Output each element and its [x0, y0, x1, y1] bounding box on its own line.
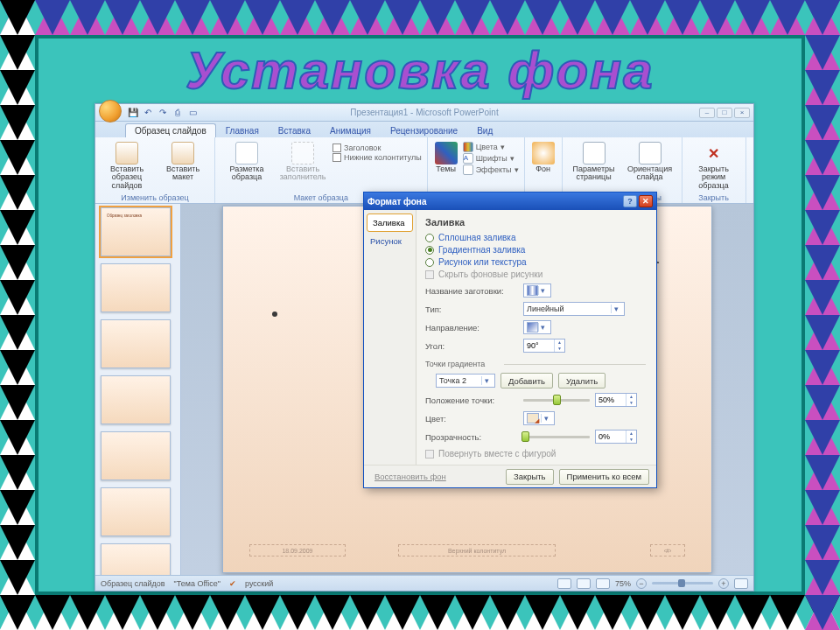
- master-layout-button[interactable]: Разметка образца: [220, 140, 273, 184]
- insert-placeholder-button[interactable]: Вставить заполнитель: [276, 140, 329, 184]
- qat-print-icon[interactable]: ⎙: [172, 107, 184, 119]
- add-stop-button[interactable]: Добавить: [500, 373, 553, 388]
- position-spinner[interactable]: ▲▼: [595, 393, 637, 407]
- angle-spinner[interactable]: ▲▼: [523, 339, 565, 353]
- preset-label: Название заготовки:: [425, 286, 518, 296]
- slide-thumbnails-panel[interactable]: Образец заголовка: [95, 204, 181, 575]
- window-maximize-button[interactable]: □: [717, 108, 732, 118]
- powerpoint-window: 💾 ↶ ↷ ⎙ ▭ Презентация1 - Microsoft Power…: [94, 103, 754, 592]
- transparency-label: Прозрачность:: [425, 432, 518, 442]
- layout-icon: [172, 142, 194, 164]
- type-dropdown[interactable]: Линейный▾: [523, 302, 625, 316]
- presentation-slide-title: Установка фона: [0, 40, 840, 101]
- dialog-footer: Восстановить фон Закрыть Применить ко вс…: [364, 465, 656, 487]
- slide-thumbnail[interactable]: [101, 263, 171, 312]
- tab-view[interactable]: Вид: [467, 123, 502, 137]
- apply-all-button[interactable]: Применить ко всем: [559, 469, 649, 485]
- slide-thumbnail[interactable]: [101, 431, 171, 480]
- format-background-dialog: Формат фона ? ✕ Заливка Рисунок Заливка …: [363, 192, 657, 488]
- footers-checkbox[interactable]: Нижние колонтитулы: [332, 153, 422, 162]
- color-label: Цвет:: [425, 414, 518, 424]
- tab-home[interactable]: Главная: [216, 123, 269, 137]
- gradient-stops-legend: Точки градиента: [425, 360, 646, 368]
- background-button[interactable]: Фон: [530, 140, 556, 175]
- transparency-spinner[interactable]: ▲▼: [595, 430, 637, 444]
- window-title: Презентация1 - Microsoft PowerPoint: [350, 108, 498, 117]
- status-language[interactable]: русский: [245, 579, 273, 588]
- tab-insert[interactable]: Вставка: [269, 123, 320, 137]
- dialog-close-button[interactable]: ✕: [639, 195, 653, 207]
- color-dropdown[interactable]: ▾: [523, 411, 555, 425]
- position-slider[interactable]: [523, 399, 590, 402]
- slide-thumbnail[interactable]: Образец заголовка: [101, 207, 171, 256]
- picture-fill-radio[interactable]: Рисунок или текстура: [425, 257, 646, 267]
- qat-preview-icon[interactable]: ▭: [186, 107, 199, 119]
- solid-fill-radio[interactable]: Сплошная заливка: [425, 233, 646, 242]
- orientation-icon: [639, 142, 662, 164]
- zoom-slider[interactable]: [652, 582, 713, 584]
- zoom-in-button[interactable]: +: [718, 578, 729, 589]
- insert-slide-master-button[interactable]: Вставить образец слайдов: [101, 140, 153, 192]
- slide-thumbnail[interactable]: [101, 319, 171, 368]
- qat-undo-icon[interactable]: ↶: [142, 107, 154, 119]
- preset-dropdown[interactable]: ▾: [523, 284, 551, 298]
- svg-rect-4: [0, 0, 840, 35]
- page-setup-button[interactable]: Параметры страницы: [568, 140, 620, 184]
- zoom-out-button[interactable]: −: [636, 578, 647, 589]
- slide-thumbnail[interactable]: [101, 543, 171, 575]
- qat-save-icon[interactable]: 💾: [127, 107, 139, 119]
- dialog-nav: Заливка Рисунок: [364, 210, 416, 465]
- tab-review[interactable]: Рецензирование: [381, 123, 467, 137]
- status-bar: Образец слайдов "Тема Office" ✔ русский …: [95, 575, 753, 591]
- themes-icon: [435, 142, 458, 164]
- zoom-value[interactable]: 75%: [615, 579, 631, 588]
- reset-background-button[interactable]: Восстановить фон: [371, 472, 450, 481]
- slide-number-placeholder[interactable]: ‹#›: [650, 544, 685, 556]
- close-button[interactable]: Закрыть: [506, 469, 554, 485]
- orientation-button[interactable]: Ориентация слайда: [624, 140, 676, 184]
- dialog-help-button[interactable]: ?: [623, 195, 637, 207]
- office-button[interactable]: [99, 100, 122, 122]
- gradient-fill-radio[interactable]: Градиентная заливка: [425, 245, 646, 255]
- background-icon: [532, 142, 555, 164]
- dialog-title: Формат фона: [368, 197, 426, 206]
- layout-grid-icon: [235, 142, 258, 164]
- tab-animation[interactable]: Анимация: [320, 123, 381, 137]
- stop-selector[interactable]: Точка 2▾: [436, 374, 495, 388]
- insert-layout-button[interactable]: Вставить макет: [157, 140, 209, 184]
- direction-dropdown[interactable]: ▾: [523, 320, 551, 334]
- colors-dropdown[interactable]: Цвета ▾: [463, 142, 519, 152]
- quick-access-toolbar: 💾 ↶ ↷ ⎙ ▭: [127, 107, 199, 119]
- angle-label: Угол:: [425, 341, 518, 351]
- pane-title: Заливка: [425, 217, 646, 228]
- group-label: Изменить образец: [101, 192, 209, 202]
- normal-view-button[interactable]: [557, 578, 571, 589]
- spellcheck-icon[interactable]: ✔: [229, 579, 236, 588]
- slideshow-view-button[interactable]: [596, 578, 610, 589]
- direction-label: Направление:: [425, 323, 518, 332]
- transparency-slider[interactable]: [523, 436, 590, 438]
- nav-fill[interactable]: Заливка: [367, 214, 413, 232]
- remove-stop-button[interactable]: Удалить: [558, 373, 606, 388]
- slide-thumbnail[interactable]: [101, 375, 171, 424]
- window-minimize-button[interactable]: –: [699, 108, 715, 118]
- close-master-button[interactable]: ✕ Закрыть режим образца: [688, 140, 740, 192]
- themes-button[interactable]: Темы: [433, 140, 459, 175]
- hide-bg-graphics-checkbox: Скрыть фоновые рисунки: [425, 270, 646, 279]
- effects-dropdown[interactable]: Эффекты ▾: [463, 164, 519, 175]
- footer-placeholder[interactable]: Верхний колонтитул: [398, 544, 556, 556]
- nav-picture[interactable]: Рисунок: [364, 232, 416, 250]
- date-placeholder[interactable]: 18.09.2009: [249, 544, 346, 556]
- fonts-dropdown[interactable]: AШрифты ▾: [463, 153, 519, 164]
- dialog-titlebar[interactable]: Формат фона ? ✕: [364, 192, 656, 210]
- slide-thumbnail[interactable]: [101, 487, 171, 536]
- fill-pane: Заливка Сплошная заливка Градиентная зал…: [416, 210, 656, 465]
- fit-window-button[interactable]: [734, 578, 748, 589]
- bullet-icon: [272, 312, 277, 317]
- window-close-button[interactable]: ×: [734, 108, 750, 118]
- title-checkbox[interactable]: Заголовок: [332, 144, 422, 152]
- sorter-view-button[interactable]: [577, 578, 591, 589]
- tab-slide-master[interactable]: Образец слайдов: [125, 123, 216, 137]
- position-label: Положение точки:: [425, 396, 518, 405]
- qat-redo-icon[interactable]: ↷: [157, 107, 169, 119]
